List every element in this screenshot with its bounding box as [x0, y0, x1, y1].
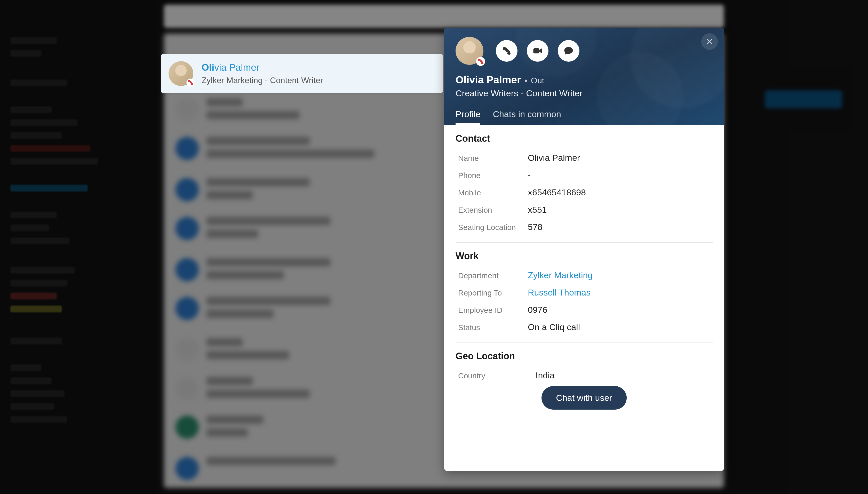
- video-icon: [533, 46, 543, 56]
- field-value-country: India: [536, 370, 555, 380]
- on-call-badge-icon: [186, 78, 195, 87]
- on-call-badge-icon: [476, 57, 485, 66]
- field-value-name: Olivia Palmer: [528, 153, 580, 163]
- profile-presence-status: Out: [531, 76, 544, 86]
- chat-with-user-button[interactable]: Chat with user: [541, 386, 626, 410]
- field-value-employee-id: 0976: [528, 305, 547, 315]
- field-label-phone: Phone: [458, 171, 528, 180]
- search-result-subtitle: Zylker Marketing - Content Writer: [201, 76, 323, 85]
- profile-body: Contact Name Olivia Palmer Phone - Mobil…: [444, 125, 724, 471]
- tab-profile[interactable]: Profile: [456, 109, 480, 125]
- tab-chats-in-common[interactable]: Chats in common: [493, 109, 561, 125]
- video-call-button[interactable]: [527, 40, 548, 62]
- field-label-department: Department: [458, 271, 528, 280]
- field-label-extension: Extension: [458, 206, 528, 214]
- field-value-extension: x551: [528, 205, 547, 215]
- field-label-reporting: Reporting To: [458, 288, 528, 297]
- section-divider: [456, 342, 713, 343]
- search-result-avatar: [169, 61, 193, 86]
- profile-name: Olivia Palmer: [456, 74, 521, 86]
- search-result-row[interactable]: Olivia Palmer Zylker Marketing - Content…: [161, 54, 443, 93]
- chat-action-button[interactable]: [558, 40, 579, 62]
- field-value-status: On a Cliq call: [528, 322, 580, 332]
- field-value-phone: -: [528, 170, 531, 180]
- field-label-country: Country: [458, 372, 536, 380]
- section-title-contact: Contact: [456, 133, 713, 144]
- profile-subtitle: Creative Writers - Content Writer: [456, 88, 713, 98]
- search-result-name: Olivia Palmer: [201, 62, 323, 73]
- field-value-seating: 578: [528, 222, 542, 232]
- field-label-status: Status: [458, 323, 528, 332]
- field-value-reporting[interactable]: Russell Thomas: [528, 287, 591, 298]
- section-title-work: Work: [456, 251, 713, 262]
- field-label-name: Name: [458, 154, 528, 163]
- svg-rect-2: [533, 48, 539, 53]
- profile-card: Olivia Palmer • Out Creative Writers - C…: [444, 27, 724, 471]
- chat-icon: [563, 46, 574, 56]
- profile-avatar[interactable]: [456, 37, 483, 65]
- field-label-employee-id: Employee ID: [458, 306, 528, 315]
- field-label-mobile: Mobile: [458, 188, 528, 197]
- profile-header: Olivia Palmer • Out Creative Writers - C…: [444, 27, 724, 125]
- field-value-mobile: x65465418698: [528, 187, 586, 197]
- section-divider: [456, 242, 713, 243]
- field-label-seating: Seating Location: [458, 223, 528, 232]
- section-title-geo: Geo Location: [456, 351, 713, 362]
- audio-call-button[interactable]: [496, 40, 518, 62]
- phone-icon: [501, 46, 512, 56]
- close-button[interactable]: [701, 33, 718, 50]
- field-value-department[interactable]: Zylker Marketing: [528, 270, 593, 280]
- status-separator: •: [524, 76, 527, 85]
